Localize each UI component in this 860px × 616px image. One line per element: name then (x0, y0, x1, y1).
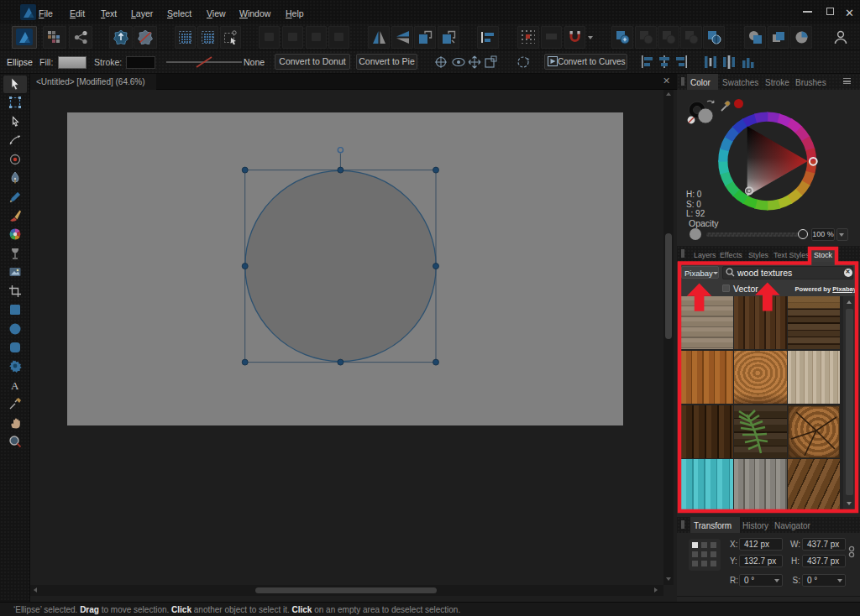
svg-text:A: A (11, 379, 19, 392)
